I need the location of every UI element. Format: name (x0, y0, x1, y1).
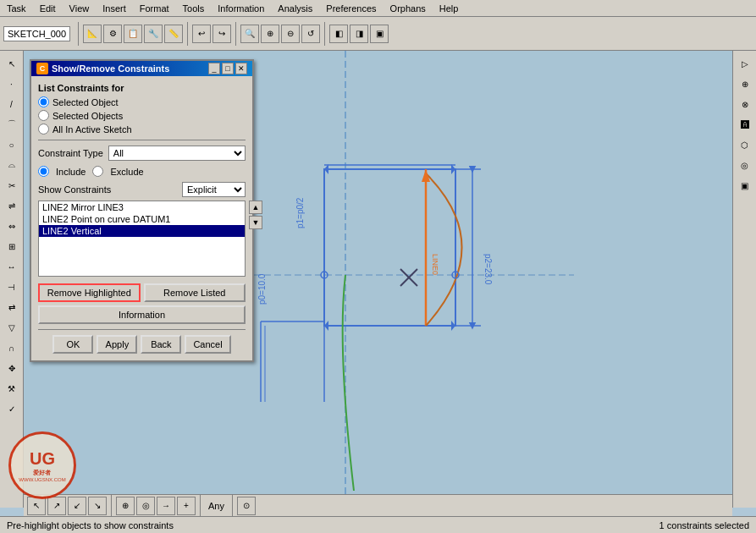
action-buttons-row: OK Apply Back Cancel (38, 335, 246, 354)
menu-preferences[interactable]: Preferences (319, 2, 383, 15)
toolbar-btn-11[interactable]: ↺ (301, 25, 320, 43)
right-sidebar-btn-6[interactable]: ◎ (736, 156, 754, 174)
information-button[interactable]: Information (38, 305, 246, 324)
toolbar-btn-1[interactable]: 📐 (83, 25, 102, 43)
toolbar-btn-8[interactable]: 🔍 (240, 25, 259, 43)
radio-selected-objects[interactable] (38, 110, 49, 121)
scroll-down-button[interactable]: ▼ (249, 216, 262, 229)
bottom-btn-4[interactable]: ↘ (88, 497, 107, 515)
dialog-close-button[interactable]: ✕ (235, 63, 247, 74)
menu-format[interactable]: Format (133, 2, 176, 15)
menu-tools[interactable]: Tools (176, 2, 212, 15)
menu-help[interactable]: Help (433, 2, 466, 15)
sidebar-sketch-tools[interactable]: ⚒ (3, 379, 21, 398)
sidebar-convert[interactable]: ⇄ (3, 298, 21, 316)
list-item-1[interactable]: LINE2 Point on curve DATUM1 (39, 213, 245, 225)
watermark: UG 爱好者 WWW.UGSNX.COM (8, 431, 93, 491)
statusbar-right: 1 constraints selected (659, 520, 749, 530)
back-button[interactable]: Back (141, 335, 181, 354)
right-sidebar: ▷ ⊕ ⊗ 🅰 ⬡ ◎ ▣ (732, 51, 756, 508)
sidebar-point[interactable]: · (3, 74, 21, 93)
menu-insert[interactable]: Insert (96, 2, 133, 15)
bottom-btn-3[interactable]: ↙ (68, 497, 86, 515)
bottom-btn-8[interactable]: + (177, 497, 196, 515)
toolbar-btn-3[interactable]: 📋 (124, 25, 142, 43)
toolbar-btn-13[interactable]: ◨ (350, 25, 368, 43)
toolbar-btn-2[interactable]: ⚙ (103, 25, 122, 43)
statusbar: Pre-highlight objects to show constraint… (0, 516, 756, 533)
watermark-logo: UG 爱好者 WWW.UGSNX.COM (8, 431, 76, 499)
menu-edit[interactable]: Edit (33, 2, 63, 15)
constraints-list[interactable]: LINE2 Mirror LINE3 LINE2 Point on curve … (38, 201, 246, 277)
right-sidebar-btn-1[interactable]: ▷ (736, 54, 754, 73)
sidebar-offset[interactable]: ⇌ (3, 196, 21, 215)
dialog-restore-button[interactable]: □ (222, 63, 234, 74)
sidebar-intersect[interactable]: ∩ (3, 338, 21, 357)
toolbar-btn-14[interactable]: ▣ (370, 25, 389, 43)
dialog-title-bar[interactable]: C Show/Remove Constraints _ □ ✕ (31, 61, 252, 76)
right-sidebar-btn-4[interactable]: 🅰 (736, 115, 754, 134)
bottom-btn-2[interactable]: ↗ (47, 497, 66, 515)
right-sidebar-btn-7[interactable]: ▣ (736, 176, 754, 195)
sidebar-constraint[interactable]: ⊣ (3, 277, 21, 296)
toolbar-btn-9[interactable]: ⊕ (261, 25, 279, 43)
right-sidebar-btn-2[interactable]: ⊕ (736, 74, 754, 93)
right-sidebar-btn-3[interactable]: ⊗ (736, 95, 754, 113)
toolbar-btn-4[interactable]: 🔧 (144, 25, 163, 43)
list-item-2[interactable]: LINE2 Vertical (39, 225, 245, 237)
list-item-0[interactable]: LINE2 Mirror LINE3 (39, 201, 245, 213)
sidebar-trim[interactable]: ✂ (3, 176, 21, 195)
all-active-sketch-label: All In Active Sketch (52, 124, 132, 135)
menu-analysis[interactable]: Analysis (271, 2, 319, 15)
toolbar-btn-12[interactable]: ◧ (329, 25, 348, 43)
scroll-up-button[interactable]: ▲ (249, 201, 262, 214)
bottom-btn-7[interactable]: → (157, 497, 175, 515)
menu-view[interactable]: View (63, 2, 97, 15)
radio-all-active-sketch[interactable] (38, 124, 49, 135)
sidebar-line[interactable]: / (3, 95, 21, 113)
svg-text:p0=10.0: p0=10.0 (257, 273, 267, 305)
menu-orphans[interactable]: Orphans (384, 2, 433, 15)
statusbar-left: Pre-highlight objects to show constraint… (7, 520, 174, 530)
constraints-list-container: LINE2 Mirror LINE3 LINE2 Point on curve … (38, 201, 246, 277)
dialog-body: List Constraints for Selected Object Sel… (31, 76, 252, 360)
dialog-minimize-button[interactable]: _ (208, 63, 220, 74)
sidebar-arc[interactable]: ⌒ (3, 115, 21, 134)
remove-listed-button[interactable]: Remove Listed (144, 283, 246, 302)
toolbar-btn-6[interactable]: ↩ (192, 25, 211, 43)
bottom-toolbar: ↖ ↗ ↙ ↘ ⊕ ◎ → + Any ⊙ (24, 494, 732, 516)
sidebar-select[interactable]: ↖ (3, 54, 21, 73)
radio-selected-object-row: Selected Object (38, 96, 246, 107)
sidebar-dimension[interactable]: ↔ (3, 257, 21, 276)
radio-selected-object[interactable] (38, 96, 49, 107)
sidebar-pattern[interactable]: ⊞ (3, 237, 21, 256)
bottom-btn-6[interactable]: ◎ (136, 497, 155, 515)
remove-highlighted-button[interactable]: Remove Highlighted (38, 283, 141, 302)
bottom-btn-snap[interactable]: ⊙ (237, 497, 256, 515)
menu-information[interactable]: Information (211, 2, 271, 15)
radio-include[interactable] (38, 166, 49, 177)
remove-buttons-row: Remove Highlighted Remove Listed (38, 283, 246, 302)
menu-task[interactable]: Task (0, 2, 33, 15)
radio-exclude[interactable] (92, 166, 103, 177)
bottom-btn-5[interactable]: ⊕ (116, 497, 135, 515)
toolbar-btn-7[interactable]: ↪ (212, 25, 231, 43)
sidebar-finish[interactable]: ✓ (3, 399, 21, 418)
sidebar-move[interactable]: ✥ (3, 359, 21, 377)
sidebar-circle[interactable]: ○ (3, 135, 21, 154)
show-constraints-row: Show Constraints Explicit Reference All (38, 182, 246, 197)
sidebar-mirror[interactable]: ⇔ (3, 217, 21, 235)
show-constraints-select[interactable]: Explicit Reference All (182, 182, 246, 197)
sidebar-project[interactable]: ▽ (3, 318, 21, 337)
constraint-type-select[interactable]: All Horizontal Vertical (108, 146, 246, 161)
toolbar-btn-5[interactable]: 📏 (164, 25, 183, 43)
list-constraints-label: List Constraints for (38, 83, 246, 93)
ok-button[interactable]: OK (52, 335, 93, 354)
apply-button[interactable]: Apply (97, 335, 137, 354)
toolbar-btn-10[interactable]: ⊖ (281, 25, 300, 43)
cancel-button[interactable]: Cancel (185, 335, 230, 354)
sketch-name: SKETCH_000 (3, 26, 70, 41)
selected-object-label: Selected Object (52, 97, 119, 107)
sidebar-fillet[interactable]: ⌓ (3, 156, 21, 174)
right-sidebar-btn-5[interactable]: ⬡ (736, 135, 754, 154)
